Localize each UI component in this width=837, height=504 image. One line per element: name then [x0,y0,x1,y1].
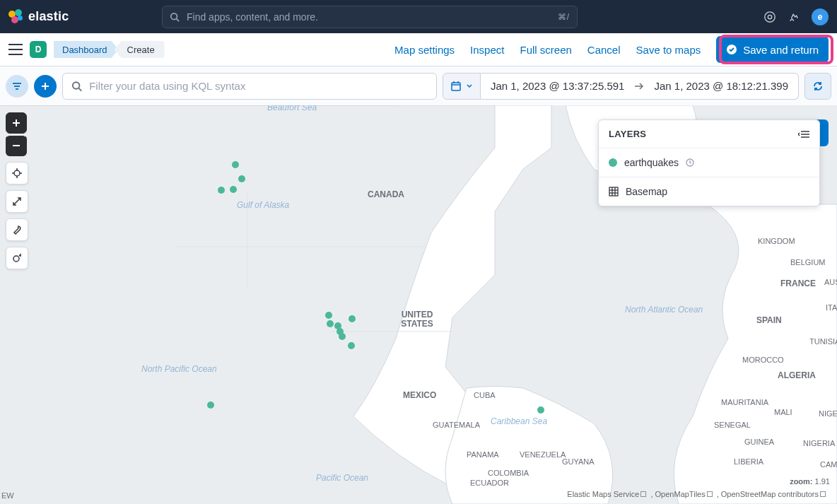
svg-rect-12 [452,83,460,90]
layer-symbol-grid [609,187,619,197]
country-label: CAME [820,460,837,469]
time-to: Jan 1, 2023 @ 18:12:21.399 [654,80,788,92]
refresh-button[interactable] [804,73,831,100]
country-label: VENEZUELA [520,450,566,459]
earthquake-point[interactable] [230,186,237,193]
map-settings-link[interactable]: Map settings [394,44,455,56]
fit-to-data-button[interactable] [6,163,28,184]
country-label: MALI [774,408,792,416]
global-search[interactable]: ⌘/ [162,6,578,28]
save-and-return-label: Save and return [743,44,819,56]
newsfeed-icon[interactable] [788,11,800,23]
user-avatar[interactable]: e [812,8,829,25]
svg-point-3 [768,15,771,18]
global-header: elastic ⌘/ e [0,0,837,33]
external-link-icon [640,491,646,497]
chevron-down-icon [466,83,473,90]
collapse-panel-icon[interactable] [798,130,809,139]
country-label: MAURITANIA [721,398,768,406]
brand-logo[interactable]: elastic [8,9,69,25]
plus-icon [40,81,50,91]
map-canvas[interactable]: Gulf of Alaska Beaufort Sea North Pacifi… [0,105,837,504]
country-label: NIGER [819,409,837,418]
save-and-return-button[interactable]: Save and return [716,36,829,63]
ocean-label: North Atlantic Ocean [625,305,703,315]
layers-sidebar: LAYERS earthquakes Basemap Add layer [607,112,829,146]
earthquake-point[interactable] [232,161,239,168]
attribution-omt[interactable]: OpenMapTiles [655,490,706,498]
attribution-osm[interactable]: OpenStreetMap contributors [721,490,819,498]
ocean-label: North Pacific Ocean [141,364,217,374]
svg-point-21 [14,170,20,176]
tools-button[interactable] [6,219,28,240]
earthquake-point[interactable] [339,333,346,340]
country-label: MOROCCO [742,356,784,364]
kql-input[interactable] [89,80,428,92]
country-label: PANAMA [467,450,499,459]
country-label: LIBERIA [734,457,763,466]
wrench-icon [12,225,22,235]
search-icon [71,81,82,92]
earthquake-point[interactable] [238,175,245,182]
svg-rect-31 [609,187,618,196]
svg-point-10 [73,82,80,89]
cancel-link[interactable]: Cancel [587,44,621,56]
breadcrumb: Dashboard Create [54,41,165,58]
date-range-display[interactable]: Jan 1, 2023 @ 13:37:25.591 Jan 1, 2023 @… [481,73,799,100]
earthquake-point[interactable] [207,402,214,409]
add-filter-button[interactable] [34,75,57,98]
save-to-maps-link[interactable]: Save to maps [636,44,701,56]
earthquake-point[interactable] [537,406,544,414]
svg-point-26 [13,256,19,262]
country-label: COLOMBIA [488,469,529,477]
date-picker-button[interactable] [443,73,481,100]
zoom-label: zoom: [790,477,812,486]
attribution-ems[interactable]: Elastic Maps Service [567,490,639,498]
crosshair-icon [12,168,22,178]
time-from: Jan 1, 2023 @ 13:37:25.591 [491,80,625,92]
country-label: CANADA [368,190,404,199]
breadcrumb-create: Create [115,41,165,58]
layer-symbol-point [609,158,617,167]
elastic-logo-icon [8,9,24,25]
ocean-label: Pacific Ocean [316,473,368,483]
earthquake-point[interactable] [327,320,334,327]
earthquake-point[interactable] [348,342,355,349]
kql-input-wrap[interactable] [62,73,437,100]
svg-point-2 [765,11,775,21]
country-label: SPAIN [756,316,782,325]
zoom-in-button[interactable] [6,112,27,134]
zoom-out-button[interactable] [6,135,27,156]
filter-icon [11,81,23,92]
calendar-icon [450,81,462,92]
filter-options-button[interactable] [6,75,28,98]
layer-row-earthquakes[interactable]: earthquakes [599,148,819,177]
ocean-label: Gulf of Alaska [237,200,289,210]
sea-label: Caribbean Sea [491,416,547,426]
country-label: SENEGAL [714,421,751,429]
query-bar: Jan 1, 2023 @ 13:37:25.591 Jan 1, 2023 @… [0,66,837,105]
expand-button[interactable] [6,191,28,212]
country-label: FRANCE [780,279,816,288]
layer-row-basemap[interactable]: Basemap [599,177,819,206]
country-label: BELGIUM [790,258,826,266]
breadcrumb-dashboard[interactable]: Dashboard [54,41,119,58]
map-attribution: Elastic Maps Service, OpenMapTiles, Open… [567,490,830,498]
country-label: NIGERIA [803,439,835,447]
earthquake-point[interactable] [325,312,332,319]
space-badge[interactable]: D [30,41,47,58]
inspect-link[interactable]: Inspect [470,44,504,56]
earthquake-point[interactable] [349,315,356,322]
nav-toggle-icon[interactable] [8,44,23,55]
clock-icon [686,158,694,167]
help-icon[interactable] [763,11,776,23]
country-label: KINGDOM [758,237,795,245]
global-search-input[interactable] [187,11,551,23]
earthquake-point[interactable] [218,187,225,194]
globe-arrow-icon [12,253,22,263]
timeslider-button[interactable] [6,247,28,269]
sea-label: Beaufort Sea [267,105,317,112]
full-screen-link[interactable]: Full screen [520,44,571,56]
country-label: GUYANA [562,457,595,466]
zoom-display: zoom: 1.91 [790,477,830,486]
